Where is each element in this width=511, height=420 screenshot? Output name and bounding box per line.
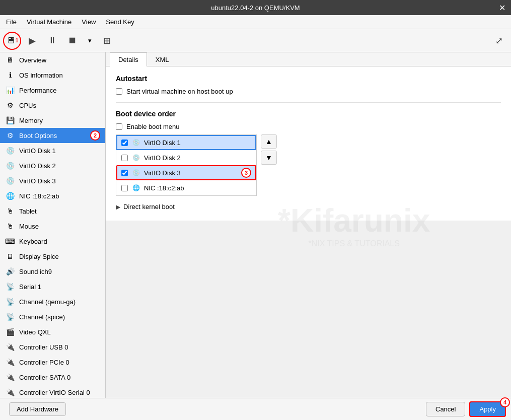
sidebar-label-nic: NIC :18:c2:ab bbox=[19, 192, 59, 200]
sidebar-label-os-information: OS information bbox=[19, 72, 63, 79]
sidebar-item-virtio-disk-1[interactable]: 💿 VirtIO Disk 1 bbox=[0, 143, 105, 158]
boot-item-nic[interactable]: 🌐 NIC :18:c2:ab bbox=[116, 180, 256, 195]
move-down-button[interactable]: ▼ bbox=[261, 151, 277, 165]
sidebar-item-serial-1[interactable]: 📡 Serial 1 bbox=[0, 279, 105, 294]
serial-icon: 📡 bbox=[5, 282, 15, 292]
sidebar-item-nic[interactable]: 🌐 NIC :18:c2:ab bbox=[0, 188, 105, 203]
apply-label: Apply bbox=[479, 405, 496, 413]
boot-device-order-title: Boot device order bbox=[116, 110, 501, 118]
fullscreen-button[interactable]: ⤢ bbox=[490, 32, 508, 50]
sidebar-item-controller-sata-0[interactable]: 🔌 Controller SATA 0 bbox=[0, 370, 105, 385]
vm-icon-button[interactable]: 🖥1 bbox=[3, 32, 21, 50]
sidebar-item-controller-virtio-serial-0[interactable]: 🔌 Controller VirtIO Serial 0 bbox=[0, 385, 105, 398]
os-info-icon: ℹ bbox=[5, 70, 15, 80]
autostart-section-title: Autostart bbox=[116, 75, 501, 83]
menu-view[interactable]: View bbox=[78, 17, 100, 27]
titlebar: ubuntu22.04-2 on QEMU/KVM ✕ bbox=[0, 0, 511, 15]
apply-button[interactable]: Apply 4 bbox=[469, 401, 506, 417]
bottom-left: Add Hardware bbox=[5, 399, 70, 419]
sidebar-label-virtio-disk-3: VirtIO Disk 3 bbox=[19, 177, 56, 185]
pause-button[interactable]: ⏸ bbox=[43, 32, 61, 50]
sidebar-item-channel-qemu-ga[interactable]: 📡 Channel (qemu-ga) bbox=[0, 294, 105, 309]
expander-arrow-icon: ▶ bbox=[116, 203, 120, 211]
add-hardware-button[interactable]: Add Hardware bbox=[9, 402, 66, 416]
sidebar-label-controller-virtio-serial-0: Controller VirtIO Serial 0 bbox=[19, 389, 90, 396]
tab-details[interactable]: Details bbox=[110, 52, 147, 66]
cpus-icon: ⚙ bbox=[5, 100, 15, 110]
dropdown-button[interactable]: ▾ bbox=[84, 32, 96, 50]
menubar: File Virtual Machine View Send Key bbox=[0, 15, 511, 29]
sidebar-item-controller-usb-0[interactable]: 🔌 Controller USB 0 bbox=[0, 339, 105, 355]
titlebar-title: ubuntu22.04-2 on QEMU/KVM bbox=[211, 4, 300, 12]
content-wrapper: Details XML Autostart Start virtual mach… bbox=[106, 52, 511, 398]
move-up-button[interactable]: ▲ bbox=[261, 134, 277, 149]
sidebar-item-performance[interactable]: 📊 Performance bbox=[0, 83, 105, 98]
sidebar-item-virtio-disk-3[interactable]: 💿 VirtIO Disk 3 bbox=[0, 173, 105, 188]
sidebar-label-keyboard: Keyboard bbox=[19, 238, 47, 245]
menu-file[interactable]: File bbox=[2, 17, 21, 27]
boot-item-nic-checkbox[interactable] bbox=[121, 185, 128, 191]
direct-kernel-boot-expander[interactable]: ▶ Direct kernel boot bbox=[116, 201, 501, 213]
boot-options-badge: 2 bbox=[90, 130, 100, 141]
boot-item-3-badge: 3 bbox=[241, 168, 251, 178]
sidebar-label-controller-usb-0: Controller USB 0 bbox=[19, 343, 68, 351]
content-area: Details XML Autostart Start virtual mach… bbox=[106, 52, 511, 221]
boot-item-virtio-disk-1-checkbox[interactable] bbox=[121, 139, 128, 146]
bottom-bar: Add Hardware Cancel Apply 4 bbox=[0, 398, 511, 420]
autostart-checkbox[interactable] bbox=[116, 88, 122, 95]
toolbar: 🖥1 ▶ ⏸ ⏹ ▾ ⊞ ⤢ bbox=[0, 29, 511, 52]
virtio-serial-icon: 🔌 bbox=[5, 387, 15, 397]
display-spice-icon: 🖥 bbox=[5, 251, 15, 261]
run-button[interactable]: ▶ bbox=[23, 32, 41, 50]
content-body: Autostart Start virtual machine on host … bbox=[106, 66, 511, 221]
sidebar-item-mouse[interactable]: 🖱 Mouse bbox=[0, 219, 105, 234]
menu-send-key[interactable]: Send Key bbox=[102, 17, 138, 27]
boot-item-virtio-disk-2-label: VirtIO Disk 2 bbox=[144, 154, 181, 162]
boot-order-container: 💿 VirtIO Disk 1 💿 VirtIO Disk 2 💿 bbox=[116, 134, 501, 196]
sidebar-item-video-qxl[interactable]: 🎬 Video QXL bbox=[0, 324, 105, 339]
sidebar-label-virtio-disk-1: VirtIO Disk 1 bbox=[19, 147, 56, 155]
cancel-button[interactable]: Cancel bbox=[426, 402, 465, 416]
close-button[interactable]: ✕ bbox=[497, 3, 507, 13]
sidebar-item-boot-options[interactable]: ⚙ Boot Options 2 bbox=[0, 128, 105, 143]
nic-icon: 🌐 bbox=[5, 191, 15, 201]
sata-icon: 🔌 bbox=[5, 372, 15, 382]
sidebar-item-virtio-disk-2[interactable]: 💿 VirtIO Disk 2 bbox=[0, 158, 105, 173]
sidebar-label-controller-sata-0: Controller SATA 0 bbox=[19, 374, 70, 381]
stop-button[interactable]: ⏹ bbox=[63, 32, 82, 50]
sidebar-item-memory[interactable]: 💾 Memory bbox=[0, 113, 105, 128]
boot-item-virtio-disk-3[interactable]: 💿 VirtIO Disk 3 3 bbox=[116, 165, 256, 180]
virtio-disk-3-icon: 💿 bbox=[5, 176, 15, 186]
overview-icon: 🖥 bbox=[5, 55, 15, 65]
boot-item-virtio-disk-3-checkbox[interactable] bbox=[121, 170, 128, 176]
sidebar-item-tablet[interactable]: 🖱 Tablet bbox=[0, 203, 105, 219]
autostart-label: Start virtual machine on host boot up bbox=[126, 88, 233, 95]
sidebar-item-sound-ich9[interactable]: 🔊 Sound ich9 bbox=[0, 264, 105, 279]
video-icon: 🎬 bbox=[5, 327, 15, 337]
boot-item-virtio-disk-2[interactable]: 💿 VirtIO Disk 2 bbox=[116, 150, 256, 165]
sidebar-item-os-information[interactable]: ℹ OS information bbox=[0, 67, 105, 83]
boot-item-virtio-disk-2-checkbox[interactable] bbox=[121, 155, 128, 161]
channel-qemu-icon: 📡 bbox=[5, 297, 15, 307]
enable-boot-menu-checkbox[interactable] bbox=[116, 123, 122, 130]
sidebar-label-video-qxl: Video QXL bbox=[19, 328, 51, 336]
sidebar-item-controller-pcie-0[interactable]: 🔌 Controller PCIe 0 bbox=[0, 355, 105, 370]
sidebar-label-sound-ich9: Sound ich9 bbox=[19, 268, 52, 275]
boot-item-virtio-disk-3-label: VirtIO Disk 3 bbox=[144, 169, 181, 177]
channel-spice-icon: 📡 bbox=[5, 312, 15, 322]
sidebar-label-overview: Overview bbox=[19, 56, 46, 64]
screenshot-button[interactable]: ⊞ bbox=[98, 32, 116, 50]
tabs-bar: Details XML bbox=[106, 52, 511, 66]
sidebar-item-display-spice[interactable]: 🖥 Display Spice bbox=[0, 249, 105, 264]
sidebar-item-cpus[interactable]: ⚙ CPUs bbox=[0, 98, 105, 113]
sidebar-item-overview[interactable]: 🖥 Overview bbox=[0, 52, 105, 67]
autostart-row: Start virtual machine on host boot up bbox=[116, 88, 501, 95]
boot-item-virtio-disk-1[interactable]: 💿 VirtIO Disk 1 bbox=[116, 135, 256, 150]
main-layout: 🖥 Overview ℹ OS information 📊 Performanc… bbox=[0, 52, 511, 398]
tab-xml[interactable]: XML bbox=[147, 52, 178, 66]
sidebar-item-channel-spice[interactable]: 📡 Channel (spice) bbox=[0, 309, 105, 324]
direct-kernel-boot-label: Direct kernel boot bbox=[123, 203, 175, 211]
sidebar-item-keyboard[interactable]: ⌨ Keyboard bbox=[0, 234, 105, 249]
menu-virtual-machine[interactable]: Virtual Machine bbox=[23, 17, 76, 27]
boot-item-virtio-disk-1-label: VirtIO Disk 1 bbox=[144, 139, 181, 147]
